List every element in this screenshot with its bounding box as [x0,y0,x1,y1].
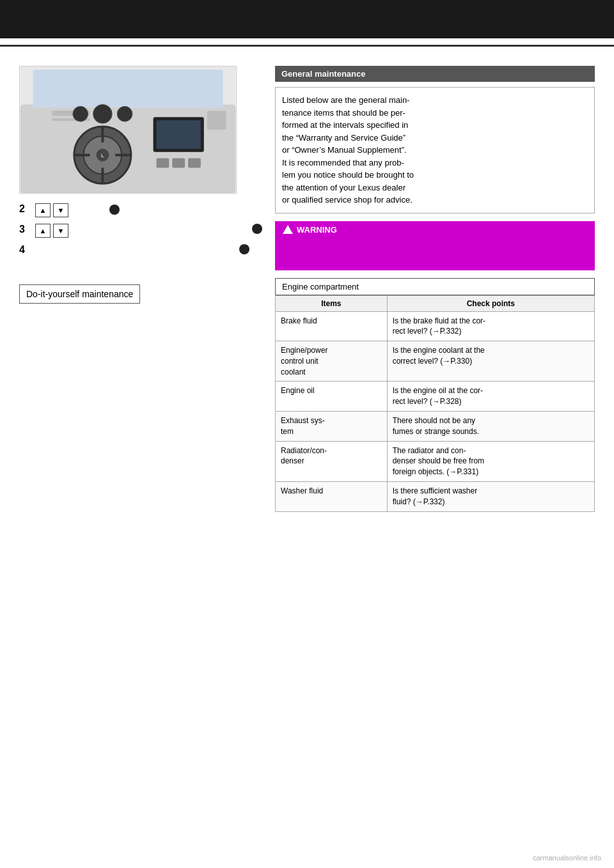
svg-rect-12 [157,159,169,168]
table-cell-item-radiator: Radiator/con-denser [276,441,388,481]
table-row: Radiator/con-denser The radiator and con… [276,441,595,481]
table-cell-check-coolant: Is the engine coolant at thecorrect leve… [387,341,594,382]
step-3-up-button[interactable]: ▲ [35,224,51,238]
warning-box: WARNING [275,221,595,270]
step-4-number: 4 [19,244,29,256]
svg-rect-11 [157,120,201,149]
table-cell-item-exhaust: Exhaust sys-tem [276,412,388,442]
engine-compartment-header: Engine compartment [275,278,595,295]
table-cell-item-coolant: Engine/powercontrol unitcoolant [276,341,388,382]
step-2-number: 2 [19,203,29,215]
warning-header: WARNING [276,222,594,237]
table-cell-check-washer: Is there sufficient washerfluid? (→P.332… [387,482,594,512]
general-maintenance-text: Listed below are the general main-tenanc… [275,87,595,213]
svg-text:L: L [101,153,104,159]
divider-line [0,45,614,47]
table-cell-item-oil: Engine oil [276,382,388,412]
watermark-text: carmanualsonline.info [533,854,601,862]
table-cell-item-washer: Washer fluid [276,482,388,512]
main-content: L 2 [0,53,614,525]
step-3-number: 3 [19,224,29,235]
bottom-area: carmanualsonline.info [0,817,614,868]
table-cell-check-radiator: The radiator and con-denser should be fr… [387,441,594,481]
general-maintenance-body: Listed below are the general main-tenanc… [282,95,414,205]
svg-point-19 [73,106,88,121]
table-row: Engine/powercontrol unitcoolant Is the e… [276,341,595,382]
svg-rect-2 [33,70,223,107]
svg-rect-13 [172,159,185,168]
table-row: Brake fluid Is the brake fluid at the co… [276,311,595,341]
maintenance-table: Items Check points Brake fluid Is the br… [275,295,595,512]
car-illustration: L [19,66,237,194]
svg-point-20 [117,106,132,121]
table-cell-check-oil: Is the engine oil at the cor-rect level?… [387,382,594,412]
table-header-checkpoints: Check points [387,295,594,311]
svg-rect-21 [207,111,226,130]
step-3-row: 3 ▲ ▼ [19,224,262,238]
warning-content [276,237,594,269]
general-maintenance-header: General maintenance [275,66,595,82]
svg-point-18 [93,104,113,123]
step-2-up-button[interactable]: ▲ [35,203,51,217]
svg-rect-14 [188,159,201,168]
steps-section: 2 ▲ ▼ 3 [19,203,262,304]
left-column: L 2 [19,66,262,512]
warning-label: WARNING [297,225,337,235]
step-4-dot [239,244,249,254]
table-row: Washer fluid Is there sufficient washerf… [276,482,595,512]
right-column: General maintenance Listed below are the… [275,66,595,512]
step-3-dot [252,224,262,234]
table-cell-check-brake: Is the brake fluid at the cor-rect level… [387,311,594,341]
table-header-items: Items [276,295,388,311]
diy-maintenance-label: Do-it-yourself maintenance [26,289,133,299]
top-bar [0,0,614,38]
table-row: Engine oil Is the engine oil at the cor-… [276,382,595,412]
step-4-row: 4 [19,244,262,256]
table-cell-check-exhaust: There should not be anyfumes or strange … [387,412,594,442]
page-container: L 2 [0,0,614,868]
step-3-controls: ▲ ▼ [35,224,246,238]
step-2-down-button[interactable]: ▼ [53,203,68,217]
warning-triangle-icon [283,225,293,234]
step-3-down-button[interactable]: ▼ [53,224,68,238]
step-2-dot [109,205,120,215]
table-row: Exhaust sys-tem There should not be anyf… [276,412,595,442]
step-2-row: 2 ▲ ▼ [19,203,262,217]
step-2-controls: ▲ ▼ [35,203,262,217]
table-cell-item-brake: Brake fluid [276,311,388,341]
diy-maintenance-box: Do-it-yourself maintenance [19,284,140,304]
